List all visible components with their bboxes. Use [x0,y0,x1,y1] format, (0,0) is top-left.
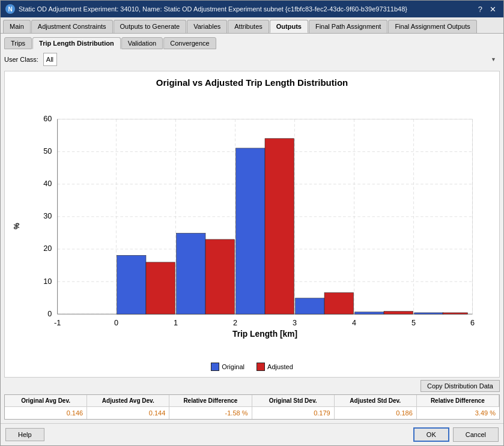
legend-original-color [211,363,219,371]
legend-adjusted-color [257,363,265,371]
user-class-select[interactable]: All [43,53,57,66]
content-area: Trips Trip Length Distribution Validatio… [1,34,503,423]
copy-btn-row: Copy Distribution Data [4,380,500,392]
stats-header-2: Relative Difference [169,395,252,407]
original-bar-3 [296,298,324,314]
ok-button[interactable]: OK [413,427,449,442]
stats-value-4: 0.186 [335,407,417,419]
app-icon: N [5,4,15,14]
legend-original: Original [211,363,244,371]
chart-svg-container: 0 10 20 30 40 50 60 -1 0 1 2 3 [23,92,493,360]
stats-header-0: Original Avg Dev. [5,395,87,407]
svg-text:60: 60 [43,115,52,123]
svg-text:4: 4 [352,319,356,327]
chart-area: % [11,92,493,360]
stats-header-4: Adjusted Std Dev. [335,395,417,407]
bottom-right-buttons: OK Cancel [413,427,499,442]
svg-text:40: 40 [43,179,52,188]
tab-variables[interactable]: Variables [187,20,227,33]
original-bar-2 [236,148,265,314]
svg-text:20: 20 [43,244,52,253]
sub-tab-trip-length-distribution[interactable]: Trip Length Distribution [32,37,121,49]
adjusted-bar-2 [265,139,294,314]
sub-tab-convergence[interactable]: Convergence [163,37,216,49]
chart-title: Original vs Adjusted Trip Length Distrib… [11,77,493,88]
original-bar-1 [177,234,205,315]
sub-tab-validation[interactable]: Validation [121,37,163,49]
tab-main[interactable]: Main [3,20,31,33]
tab-outputs-to-generate[interactable]: Outputs to Generate [114,20,187,33]
stats-header-1: Adjusted Avg Dev. [87,395,169,407]
window-title: Static OD Adjustment Experiment: 34010, … [19,5,407,13]
svg-text:50: 50 [43,147,52,155]
original-bar-4 [355,312,384,314]
stats-header-3: Original Std Dev. [252,395,335,407]
help-icon[interactable]: ? [476,5,485,14]
svg-text:1: 1 [174,319,178,327]
sub-tab-bar: Trips Trip Length Distribution Validatio… [4,37,500,49]
svg-text:0: 0 [114,319,118,327]
sub-tab-trips[interactable]: Trips [4,37,32,49]
svg-text:2: 2 [233,319,237,327]
svg-text:Trip Length [km]: Trip Length [km] [232,329,297,339]
svg-text:5: 5 [411,319,416,327]
svg-text:3: 3 [293,319,297,327]
stats-value-2: -1.58 % [169,407,252,419]
stats-value-1: 0.144 [87,407,169,419]
stats-header-5: Relative Difference [417,395,499,407]
chart-legend: Original Adjusted [11,363,493,371]
cancel-button[interactable]: Cancel [453,427,499,442]
svg-text:6: 6 [470,319,475,327]
tab-attributes[interactable]: Attributes [228,20,269,33]
adjusted-bar-5 [443,313,467,314]
svg-text:0: 0 [47,310,52,318]
svg-text:-1: -1 [54,319,61,327]
chart-container: Original vs Adjusted Trip Length Distrib… [4,71,500,378]
bottom-bar: Help OK Cancel [1,423,503,445]
close-icon[interactable]: ✕ [487,5,499,14]
adjusted-bar-4 [384,312,413,315]
adjusted-bar-0 [146,262,175,314]
svg-text:10: 10 [43,277,52,286]
main-tab-bar: Main Adjustment Constraints Outputs to G… [1,17,503,34]
adjusted-bar-3 [324,293,353,315]
tab-final-path-assignment[interactable]: Final Path Assignment [309,20,387,33]
title-bar: N Static OD Adjustment Experiment: 34010… [1,1,503,17]
legend-original-label: Original [222,363,244,370]
tab-final-assignment-outputs[interactable]: Final Assignment Outputs [388,20,476,33]
legend-adjusted-label: Adjusted [267,363,293,370]
chart-svg: 0 10 20 30 40 50 60 -1 0 1 2 3 [23,92,493,360]
legend-adjusted: Adjusted [257,363,293,371]
main-window: N Static OD Adjustment Experiment: 34010… [0,0,504,446]
original-bar-0 [117,255,146,314]
original-bar-5 [414,313,443,314]
user-class-label: User Class: [4,56,38,63]
help-button[interactable]: Help [5,428,44,441]
tab-adjustment-constraints[interactable]: Adjustment Constraints [31,20,113,33]
svg-text:30: 30 [43,212,52,220]
adjusted-bar-1 [205,240,234,314]
tab-outputs[interactable]: Outputs [270,20,308,33]
y-axis-label: % [11,92,23,360]
user-class-row: User Class: All [4,53,500,66]
stats-table: Original Avg Dev. Adjusted Avg Dev. Rela… [4,394,500,420]
stats-value-5: 3.49 % [417,407,499,419]
copy-distribution-button[interactable]: Copy Distribution Data [421,380,500,392]
stats-value-0: 0.146 [5,407,87,419]
stats-value-3: 0.179 [252,407,335,419]
